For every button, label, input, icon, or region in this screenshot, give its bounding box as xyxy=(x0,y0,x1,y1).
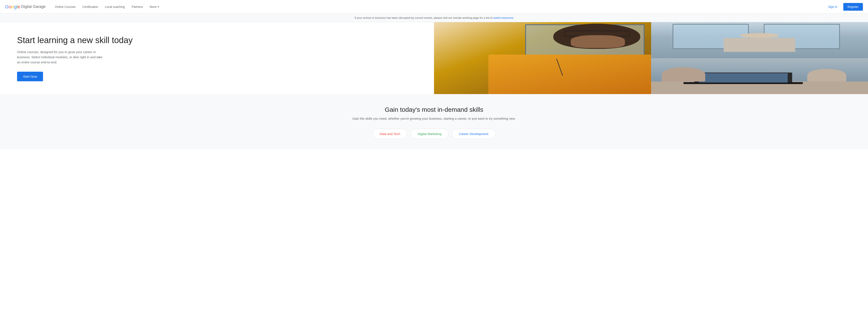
hero-content: Start learning a new skill today Online … xyxy=(0,22,434,94)
hero-title: Start learning a new skill today xyxy=(17,35,417,45)
hero-photo-bottom-left xyxy=(651,58,868,94)
nav-certification[interactable]: Certification xyxy=(80,3,101,10)
notice-text: If your school or business has been disr… xyxy=(354,16,493,20)
hero-section: Start learning a new skill today Online … xyxy=(0,22,868,94)
notice-bar: If your school or business has been disr… xyxy=(0,13,868,22)
nav-more-dropdown[interactable]: More xyxy=(147,3,162,10)
skills-description: Gain the skills you need, whether you're… xyxy=(5,117,863,120)
useful-resources-link[interactable]: useful resources xyxy=(493,16,514,20)
signin-button[interactable]: Sign in xyxy=(825,3,841,10)
hero-image xyxy=(434,22,868,94)
nav-partners[interactable]: Partners xyxy=(129,3,146,10)
pill-data-and-tech[interactable]: Data and Tech xyxy=(373,129,407,139)
nav-local-coaching[interactable]: Local coaching xyxy=(102,3,127,10)
hero-description: Online courses, designed for you to grow… xyxy=(17,50,106,65)
pill-digital-marketing[interactable]: Digital Marketing xyxy=(410,129,448,139)
nav-online-courses[interactable]: Online Courses xyxy=(53,3,78,10)
nav-links: Online Courses Certification Local coach… xyxy=(53,3,825,10)
nav-more-label: More xyxy=(150,5,157,8)
hero-photo-top-left xyxy=(651,22,868,58)
navbar: Google Digital Garage Online Courses Cer… xyxy=(0,0,868,13)
register-button[interactable]: Register xyxy=(843,3,863,11)
skills-pills: Data and Tech Digital Marketing Career D… xyxy=(5,129,863,139)
chevron-down-icon xyxy=(157,6,159,7)
hero-photo-right xyxy=(434,22,651,94)
navbar-actions: Sign in Register xyxy=(825,3,863,11)
pill-career-development[interactable]: Career Development xyxy=(452,129,495,139)
logo-link[interactable]: Google Digital Garage xyxy=(5,4,45,9)
digital-garage-logo-text: Digital Garage xyxy=(21,4,45,9)
skills-title: Gain today's most in-demand skills xyxy=(5,106,863,113)
skills-section: Gain today's most in-demand skills Gain … xyxy=(0,94,868,149)
start-now-button[interactable]: Start Now xyxy=(17,72,43,81)
google-logo: Google xyxy=(5,4,20,9)
